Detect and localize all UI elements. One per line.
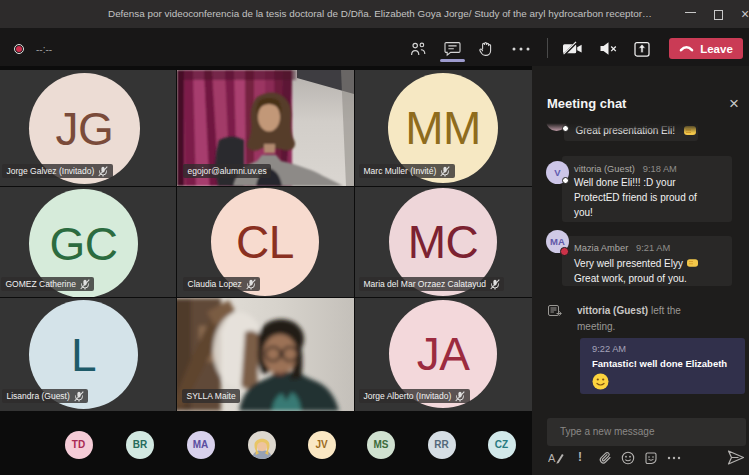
svg-text:A: A: [548, 452, 556, 464]
